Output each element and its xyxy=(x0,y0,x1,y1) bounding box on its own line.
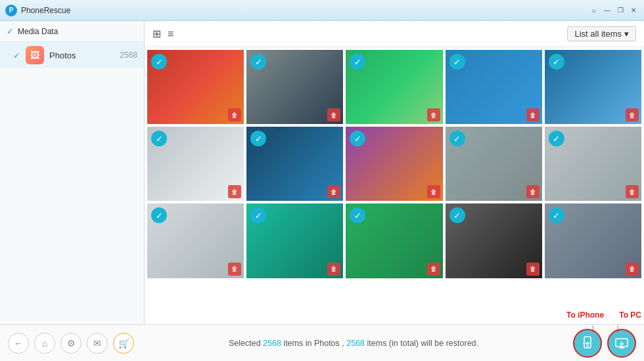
title-bar: P PhoneRescue ⌕ — ❐ ✕ xyxy=(0,0,644,21)
status-pre: Selected xyxy=(229,339,263,348)
grid-view-icon[interactable]: ⊞ xyxy=(152,28,161,40)
photo-item[interactable]: ✓ 🗑 xyxy=(346,127,442,201)
photo-check-icon: ✓ xyxy=(549,131,564,146)
photo-check-icon: ✓ xyxy=(549,54,564,70)
to-pc-label: To PC xyxy=(619,310,641,320)
main-layout: ✓ Media Data ✓ 🖼 Photos 2568 ⊞ ≡ List al… xyxy=(0,21,644,324)
status-mid: items in Photos , xyxy=(281,339,346,348)
photo-item[interactable]: ✓ 🗑 xyxy=(246,203,343,278)
settings-button[interactable]: ⚙ xyxy=(60,333,81,354)
sidebar: ✓ Media Data ✓ 🖼 Photos 2568 xyxy=(0,21,145,324)
bottom-bar: ← ⌂ ⚙ ✉ 🛒 Selected 2568 items in Photos … xyxy=(0,324,644,361)
photos-icon: 🖼 xyxy=(26,46,44,64)
toolbar-left: ⊞ ≡ xyxy=(152,28,173,40)
photo-item[interactable]: ✓ 🗑 xyxy=(246,127,343,201)
photo-delete-icon[interactable]: 🗑 xyxy=(626,263,639,276)
list-view-icon[interactable]: ≡ xyxy=(168,28,173,40)
photo-check-icon: ✓ xyxy=(449,207,465,223)
photo-item[interactable]: ✓ 🗑 xyxy=(545,50,641,124)
content-area: ⊞ ≡ List all items ▾ ✓ 🗑 ✓ 🗑 ✓ xyxy=(145,21,644,324)
photo-item[interactable]: ✓ 🗑 xyxy=(346,203,442,278)
title-bar-left: P PhoneRescue xyxy=(5,5,70,16)
selected-count: 2568 xyxy=(263,339,281,348)
home-button[interactable]: ⌂ xyxy=(34,333,55,354)
total-count: 2568 xyxy=(346,339,365,348)
list-all-label: List all items xyxy=(574,29,622,39)
back-button[interactable]: ← xyxy=(8,333,29,354)
photo-grid: ✓ 🗑 ✓ 🗑 ✓ 🗑 ✓ 🗑 ✓ 🗑 xyxy=(145,47,644,324)
photo-delete-icon[interactable]: 🗑 xyxy=(327,263,340,276)
photo-check-icon: ✓ xyxy=(449,131,465,146)
photo-delete-icon[interactable]: 🗑 xyxy=(626,108,639,121)
photo-item[interactable]: ✓ 🗑 xyxy=(446,50,542,124)
photo-item[interactable]: ✓ 🗑 xyxy=(147,50,244,124)
photo-item[interactable]: ✓ 🗑 xyxy=(246,50,343,124)
check-icon: ✓ xyxy=(7,26,14,36)
to-iphone-label: To iPhone xyxy=(566,310,604,320)
restore-to-pc-button[interactable] xyxy=(607,329,636,358)
status-post: items (in total) will be restored. xyxy=(365,339,478,348)
photo-delete-icon[interactable]: 🗑 xyxy=(327,108,340,121)
title-bar-controls: ⌕ — ❐ ✕ xyxy=(589,5,639,16)
action-area: To iPhone To PC ↓ ↓ xyxy=(573,329,636,358)
app-icon: P xyxy=(5,5,17,16)
photo-check-icon: ✓ xyxy=(449,54,465,70)
photo-item[interactable]: ✓ 🗑 xyxy=(545,127,641,201)
dropdown-arrow-icon: ▾ xyxy=(624,29,629,39)
photo-delete-icon[interactable]: 🗑 xyxy=(526,108,540,121)
photos-label: Photos xyxy=(49,51,114,60)
sidebar-section-media: ✓ Media Data xyxy=(0,21,144,42)
sidebar-section-label: Media Data xyxy=(18,27,58,36)
search-button[interactable]: ⌕ xyxy=(589,5,599,16)
mail-button[interactable]: ✉ xyxy=(87,333,108,354)
photo-delete-icon[interactable]: 🗑 xyxy=(228,185,241,198)
photo-delete-icon[interactable]: 🗑 xyxy=(228,108,241,121)
photo-delete-icon[interactable]: 🗑 xyxy=(427,185,440,198)
photo-delete-icon[interactable]: 🗑 xyxy=(327,185,340,198)
minimize-button[interactable]: — xyxy=(602,5,612,16)
content-toolbar: ⊞ ≡ List all items ▾ xyxy=(145,21,644,47)
cart-button[interactable]: 🛒 xyxy=(113,333,134,354)
photos-count: 2568 xyxy=(120,51,137,60)
sidebar-item-photos[interactable]: ✓ 🖼 Photos 2568 xyxy=(0,42,144,68)
photo-item[interactable]: ✓ 🗑 xyxy=(446,127,542,201)
list-all-button[interactable]: List all items ▾ xyxy=(567,26,636,41)
close-button[interactable]: ✕ xyxy=(628,5,639,16)
restore-to-iphone-button[interactable] xyxy=(573,329,602,358)
photo-delete-icon[interactable]: 🗑 xyxy=(526,263,540,276)
arrow-pc-icon: ↓ xyxy=(615,322,620,334)
photo-delete-icon[interactable]: 🗑 xyxy=(427,263,440,276)
status-text: Selected 2568 items in Photos , 2568 ite… xyxy=(139,339,568,348)
sidebar-section-header: ✓ Media Data xyxy=(7,26,137,36)
restore-button[interactable]: ❐ xyxy=(615,5,626,16)
photo-delete-icon[interactable]: 🗑 xyxy=(427,108,440,121)
photo-item[interactable]: ✓ 🗑 xyxy=(446,203,542,278)
photo-item[interactable]: ✓ 🗑 xyxy=(147,203,244,278)
photo-delete-icon[interactable]: 🗑 xyxy=(626,185,639,198)
iphone-restore-icon xyxy=(580,336,595,350)
photo-item[interactable]: ✓ 🗑 xyxy=(147,127,244,201)
photo-check-icon: ✓ xyxy=(250,54,266,70)
photo-delete-icon[interactable]: 🗑 xyxy=(526,185,540,198)
photos-check-icon: ✓ xyxy=(13,51,20,60)
photo-delete-icon[interactable]: 🗑 xyxy=(228,263,241,276)
app-title: PhoneRescue xyxy=(21,6,70,15)
photo-item[interactable]: ✓ 🗑 xyxy=(346,50,442,124)
pc-restore-icon xyxy=(614,336,629,350)
photo-item[interactable]: ✓ 🗑 xyxy=(545,203,641,278)
arrow-iphone-icon: ↓ xyxy=(590,322,595,334)
photo-check-icon: ✓ xyxy=(151,54,167,70)
